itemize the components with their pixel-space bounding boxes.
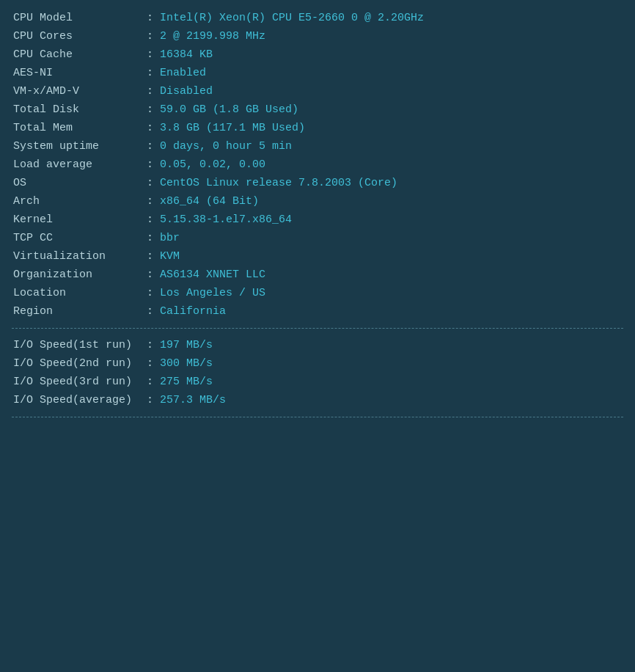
row-value: 3.8 GB (117.1 MB Used) [158,119,623,137]
row-value: Intel(R) Xeon(R) CPU E5-2660 0 @ 2.20GHz [158,9,623,27]
table-row: Location:Los Angeles / US [12,284,623,302]
table-row: Region:California [12,302,623,321]
row-label: Load average [12,156,144,174]
row-value: Los Angeles / US [158,284,623,302]
row-colon: : [144,64,158,82]
row-value: KVM [158,247,623,266]
table-row: Virtualization:KVM [12,247,623,266]
row-colon: : [144,27,158,45]
row-colon: : [144,391,158,409]
row-value: 59.0 GB (1.8 GB Used) [158,101,623,119]
table-row: TCP CC:bbr [12,229,623,247]
row-colon: : [144,137,158,156]
table-row: Total Mem:3.8 GB (117.1 MB Used) [12,119,623,137]
row-value: California [158,302,623,321]
row-colon: : [144,101,158,119]
table-row: Load average:0.05, 0.02, 0.00 [12,156,623,174]
row-value: bbr [158,229,623,247]
table-row: OS:CentOS Linux release 7.8.2003 (Core) [12,174,623,192]
row-colon: : [144,82,158,101]
row-value: Disabled [158,82,623,101]
row-value: 0 days, 0 hour 5 min [158,137,623,156]
table-row: I/O Speed(3rd run):275 MB/s [12,373,623,391]
row-label: Organization [12,266,144,284]
io-speed-table: I/O Speed(1st run):197 MB/sI/O Speed(2nd… [12,336,623,409]
row-label: Total Mem [12,119,144,137]
table-row: I/O Speed(1st run):197 MB/s [12,336,623,354]
row-colon: : [144,119,158,137]
section-divider-bottom [12,417,623,417]
row-colon: : [144,247,158,266]
row-value: 275 MB/s [158,373,623,391]
row-label: CPU Model [12,9,144,27]
row-value: x86_64 (64 Bit) [158,192,623,211]
row-value: 257.3 MB/s [158,391,623,409]
row-label: VM-x/AMD-V [12,82,144,101]
system-info-table: CPU Model:Intel(R) Xeon(R) CPU E5-2660 0… [12,9,623,321]
row-colon: : [144,229,158,247]
table-row: CPU Cores:2 @ 2199.998 MHz [12,27,623,45]
row-label: CPU Cores [12,27,144,45]
section-divider [12,328,623,329]
row-colon: : [144,211,158,229]
table-row: CPU Model:Intel(R) Xeon(R) CPU E5-2660 0… [12,9,623,27]
row-colon: : [144,354,158,373]
table-row: I/O Speed(average):257.3 MB/s [12,391,623,409]
row-value: Enabled [158,64,623,82]
row-label: Kernel [12,211,144,229]
row-label: I/O Speed(2nd run) [12,354,144,373]
row-colon: : [144,336,158,354]
row-colon: : [144,302,158,321]
row-value: 300 MB/s [158,354,623,373]
row-label: I/O Speed(3rd run) [12,373,144,391]
table-row: Kernel:5.15.38-1.el7.x86_64 [12,211,623,229]
row-colon: : [144,192,158,211]
table-row: AES-NI:Enabled [12,64,623,82]
row-label: AES-NI [12,64,144,82]
row-colon: : [144,45,158,64]
row-value: 5.15.38-1.el7.x86_64 [158,211,623,229]
row-label: TCP CC [12,229,144,247]
row-value: AS6134 XNNET LLC [158,266,623,284]
table-row: CPU Cache:16384 KB [12,45,623,64]
row-colon: : [144,156,158,174]
table-row: Total Disk:59.0 GB (1.8 GB Used) [12,101,623,119]
row-label: Arch [12,192,144,211]
row-label: Virtualization [12,247,144,266]
row-label: OS [12,174,144,192]
row-label: CPU Cache [12,45,144,64]
row-label: Region [12,302,144,321]
row-label: I/O Speed(1st run) [12,336,144,354]
table-row: I/O Speed(2nd run):300 MB/s [12,354,623,373]
row-colon: : [144,373,158,391]
row-label: I/O Speed(average) [12,391,144,409]
row-value: 197 MB/s [158,336,623,354]
row-colon: : [144,9,158,27]
row-colon: : [144,174,158,192]
row-colon: : [144,266,158,284]
row-value: 2 @ 2199.998 MHz [158,27,623,45]
row-label: System uptime [12,137,144,156]
row-value: 16384 KB [158,45,623,64]
table-row: VM-x/AMD-V:Disabled [12,82,623,101]
row-colon: : [144,284,158,302]
table-row: Arch:x86_64 (64 Bit) [12,192,623,211]
table-row: Organization:AS6134 XNNET LLC [12,266,623,284]
row-value: CentOS Linux release 7.8.2003 (Core) [158,174,623,192]
row-label: Total Disk [12,101,144,119]
row-value: 0.05, 0.02, 0.00 [158,156,623,174]
row-label: Location [12,284,144,302]
table-row: System uptime:0 days, 0 hour 5 min [12,137,623,156]
